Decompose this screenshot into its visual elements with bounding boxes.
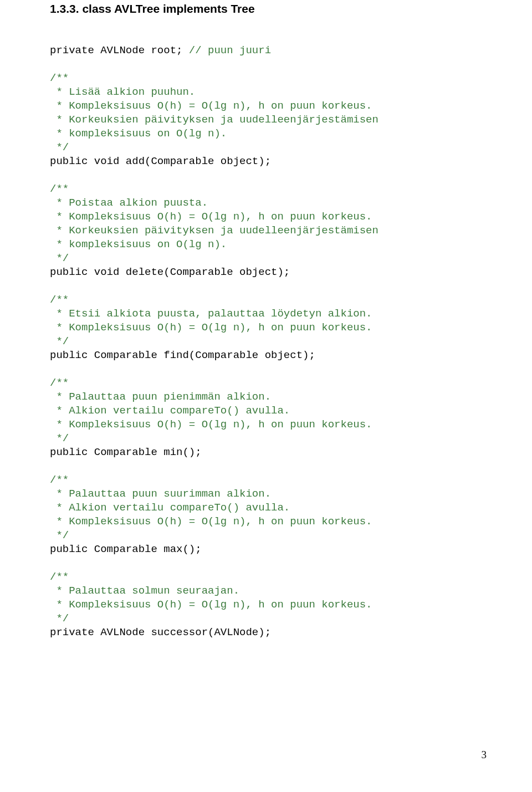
comment-text: /**	[50, 72, 69, 84]
comment-text: * Palauttaa puun pienimmän alkion.	[50, 391, 271, 403]
code-line: public Comparable min();	[50, 446, 488, 459]
document-page: 1.3.3. class AVLTree implements Tree pri…	[0, 0, 532, 640]
code-line: * Palauttaa solmun seuraajan.	[50, 584, 488, 598]
comment-text: * Kompleksisuus O(h) = O(lg n), h on puu…	[50, 599, 372, 611]
comment-text: * Kompleksisuus O(h) = O(lg n), h on puu…	[50, 515, 372, 528]
code-line: public void add(Comparable object);	[50, 155, 488, 168]
section-heading: 1.3.3. class AVLTree implements Tree	[50, 0, 488, 16]
comment-text: // puun juuri	[189, 44, 271, 57]
code-line: * Korkeuksien päivityksen ja uudelleenjä…	[50, 113, 488, 127]
code-line: * Kompleksisuus O(h) = O(lg n), h on puu…	[50, 598, 488, 612]
comment-text: * Korkeuksien päivityksen ja uudelleenjä…	[50, 114, 378, 126]
code-line: * Korkeuksien päivityksen ja uudelleenjä…	[50, 224, 488, 238]
code-line: * Etsii alkiota puusta, palauttaa löydet…	[50, 307, 488, 321]
comment-text: * Poistaa alkion puusta.	[50, 197, 208, 209]
code-line: public void delete(Comparable object);	[50, 265, 488, 279]
code-line	[50, 168, 488, 182]
comment-text: */	[50, 529, 69, 541]
code-line	[50, 279, 488, 293]
comment-text: * kompleksisuus on O(lg n).	[50, 127, 227, 140]
comment-text: /**	[50, 183, 69, 195]
comment-text: /**	[50, 377, 69, 389]
code-line: /**	[50, 570, 488, 584]
code-line	[50, 30, 488, 44]
page-number: 3	[482, 749, 487, 761]
comment-text: */	[50, 252, 69, 264]
code-line: * Kompleksisuus O(h) = O(lg n), h on puu…	[50, 418, 488, 432]
comment-text: * Palauttaa puun suurimman alkion.	[50, 488, 271, 500]
code-line: * Palauttaa puun suurimman alkion.	[50, 487, 488, 501]
comment-text: */	[50, 432, 69, 444]
comment-text: /**	[50, 474, 69, 486]
comment-text: */	[50, 141, 69, 154]
code-line: * Kompleksisuus O(h) = O(lg n), h on puu…	[50, 321, 488, 335]
code-line: * Kompleksisuus O(h) = O(lg n), h on puu…	[50, 99, 488, 113]
code-line: public Comparable find(Comparable object…	[50, 349, 488, 362]
code-block: private AVLNode root; // puun juuri /** …	[50, 30, 488, 640]
code-line: private AVLNode successor(AVLNode);	[50, 626, 488, 640]
code-line: * Poistaa alkion puusta.	[50, 196, 488, 210]
comment-text: * Kompleksisuus O(h) = O(lg n), h on puu…	[50, 321, 372, 334]
code-line: * kompleksisuus on O(lg n).	[50, 127, 488, 141]
code-line: * Lisää alkion puuhun.	[50, 85, 488, 99]
comment-text: * Lisää alkion puuhun.	[50, 86, 195, 98]
code-line: /**	[50, 293, 488, 307]
code-line: */	[50, 335, 488, 349]
code-line: public Comparable max();	[50, 543, 488, 556]
code-line	[50, 58, 488, 71]
code-line: * Alkion vertailu compareTo() avulla.	[50, 501, 488, 515]
code-line: /**	[50, 71, 488, 85]
code-line	[50, 459, 488, 473]
comment-text: * Korkeuksien päivityksen ja uudelleenjä…	[50, 224, 378, 237]
code-text: private AVLNode root;	[50, 44, 189, 57]
comment-text: /**	[50, 571, 69, 583]
comment-text: * Kompleksisuus O(h) = O(lg n), h on puu…	[50, 211, 372, 223]
code-line: */	[50, 432, 488, 446]
code-line	[50, 362, 488, 376]
code-line: * kompleksisuus on O(lg n).	[50, 238, 488, 252]
code-line: */	[50, 252, 488, 265]
code-line: */	[50, 529, 488, 543]
code-line: * Alkion vertailu compareTo() avulla.	[50, 404, 488, 418]
comment-text: */	[50, 612, 69, 625]
code-line: */	[50, 141, 488, 155]
comment-text: */	[50, 335, 69, 348]
code-line: * Kompleksisuus O(h) = O(lg n), h on puu…	[50, 515, 488, 529]
comment-text: * Palauttaa solmun seuraajan.	[50, 585, 239, 597]
code-line: /**	[50, 473, 488, 487]
comment-text: * Alkion vertailu compareTo() avulla.	[50, 502, 290, 514]
code-line: private AVLNode root; // puun juuri	[50, 44, 488, 58]
code-line: * Kompleksisuus O(h) = O(lg n), h on puu…	[50, 210, 488, 224]
code-line: /**	[50, 182, 488, 196]
comment-text: * Alkion vertailu compareTo() avulla.	[50, 405, 290, 417]
code-line: * Palauttaa puun pienimmän alkion.	[50, 390, 488, 404]
code-line: */	[50, 612, 488, 626]
comment-text: /**	[50, 294, 69, 306]
comment-text: * Etsii alkiota puusta, palauttaa löydet…	[50, 308, 372, 320]
comment-text: * Kompleksisuus O(h) = O(lg n), h on puu…	[50, 418, 372, 431]
code-line: /**	[50, 376, 488, 390]
comment-text: * Kompleksisuus O(h) = O(lg n), h on puu…	[50, 100, 372, 112]
code-line	[50, 556, 488, 570]
comment-text: * kompleksisuus on O(lg n).	[50, 238, 227, 251]
